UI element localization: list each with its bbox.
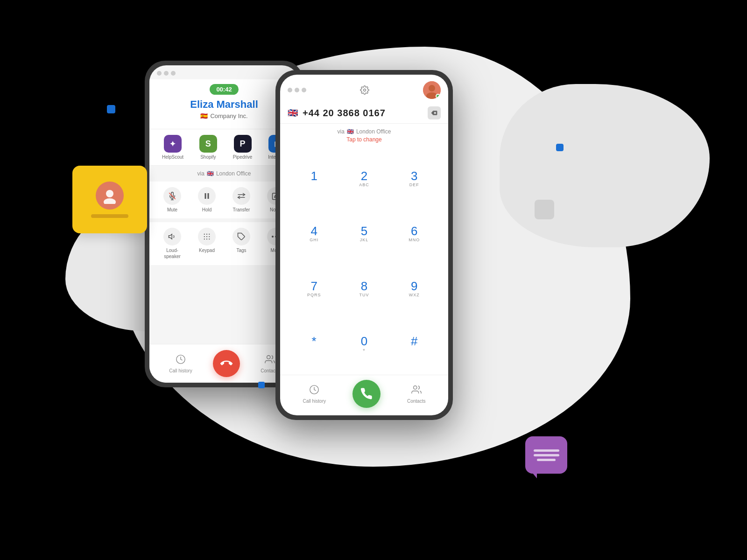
end-call-button[interactable] bbox=[213, 350, 240, 377]
digit-4: 4 bbox=[310, 225, 317, 237]
digit-5: 5 bbox=[361, 225, 367, 237]
dial-call-icon bbox=[360, 387, 373, 400]
settings-button[interactable] bbox=[357, 83, 372, 98]
dialer-dot-1 bbox=[288, 88, 292, 92]
call-company: 🇪🇸 Company Inc. bbox=[159, 112, 289, 119]
key-9[interactable]: 9 WXZ bbox=[390, 262, 439, 316]
contacts-icon-right bbox=[411, 385, 422, 397]
svg-point-32 bbox=[413, 385, 416, 389]
call-timer-badge: 00:42 bbox=[159, 84, 289, 98]
hold-button[interactable]: Hold bbox=[191, 187, 222, 213]
mute-label: Mute bbox=[167, 207, 177, 213]
office-name-left: London Office bbox=[216, 170, 251, 177]
pipedrive-icon: P bbox=[234, 135, 252, 153]
dialer-dot-2 bbox=[295, 88, 299, 92]
background-blob-right bbox=[500, 84, 710, 247]
chat-bubble bbox=[525, 436, 567, 474]
svg-point-10 bbox=[204, 234, 205, 235]
chat-line-1 bbox=[534, 449, 559, 452]
letters-5: JKL bbox=[360, 238, 369, 242]
digit-star: * bbox=[312, 335, 317, 347]
contacts-nav-right[interactable]: Contacts bbox=[407, 385, 425, 404]
right-phone-frame: 🇬🇧 +44 20 3868 0167 via 🇬🇧 London Office… bbox=[275, 70, 453, 420]
integration-shopify[interactable]: S Shopify bbox=[199, 135, 217, 160]
pipedrive-label: Pipedrive bbox=[233, 154, 253, 160]
number-row: 🇬🇧 +44 20 3868 0167 bbox=[280, 103, 448, 124]
deco-square-4 bbox=[535, 200, 554, 219]
transfer-button[interactable]: Transfer bbox=[226, 187, 257, 213]
via-inner: via 🇬🇧 London Office bbox=[338, 128, 391, 135]
deco-square-1 bbox=[107, 105, 115, 113]
svg-rect-6 bbox=[208, 193, 209, 199]
key-8[interactable]: 8 TUV bbox=[339, 262, 388, 316]
call-history-nav[interactable]: Call history bbox=[169, 354, 192, 373]
loudspeaker-icon bbox=[163, 228, 181, 245]
dot-3 bbox=[171, 71, 176, 76]
hold-icon bbox=[198, 187, 216, 205]
svg-point-17 bbox=[206, 238, 207, 239]
svg-point-27 bbox=[429, 85, 435, 91]
svg-point-25 bbox=[364, 89, 366, 91]
key-7[interactable]: 7 PQRS bbox=[289, 262, 338, 316]
tags-button[interactable]: Tags bbox=[226, 228, 257, 259]
phone-number-display: +44 20 3868 0167 bbox=[303, 108, 423, 119]
key-2[interactable]: 2 ABC bbox=[339, 151, 388, 205]
dialer-dot-3 bbox=[302, 88, 306, 92]
key-6[interactable]: 6 MNO bbox=[390, 206, 439, 260]
call-history-nav-right[interactable]: Call history bbox=[303, 385, 326, 404]
letters-9: WXZ bbox=[409, 293, 420, 297]
dot-2 bbox=[164, 71, 169, 76]
digit-2: 2 bbox=[361, 170, 367, 182]
contacts-label-right: Contacts bbox=[407, 399, 425, 404]
helpscout-label: HelpScout bbox=[162, 154, 183, 160]
key-hash[interactable]: # bbox=[390, 317, 439, 371]
via-text-left: via bbox=[197, 170, 204, 177]
helpscout-icon: ✦ bbox=[164, 135, 182, 153]
shopify-label: Shopify bbox=[200, 154, 216, 160]
integration-helpscout[interactable]: ✦ HelpScout bbox=[162, 135, 183, 160]
numpad: 1 2 ABC 3 DEF 4 GHI 5 JKL 6 MNO bbox=[280, 147, 448, 375]
key-5[interactable]: 5 JKL bbox=[339, 206, 388, 260]
dialer-header bbox=[280, 75, 448, 103]
letters-0: + bbox=[363, 348, 366, 352]
svg-point-18 bbox=[209, 238, 210, 239]
call-timer: 00:42 bbox=[210, 84, 238, 95]
svg-point-20 bbox=[272, 236, 274, 238]
delete-button[interactable] bbox=[428, 106, 441, 119]
integration-pipedrive[interactable]: P Pipedrive bbox=[233, 135, 253, 160]
digit-0: 0 bbox=[361, 335, 367, 347]
keypad-button[interactable]: Keypad bbox=[191, 228, 222, 259]
key-star[interactable]: * bbox=[289, 317, 338, 371]
contacts-icon-left bbox=[265, 354, 275, 367]
end-call-icon bbox=[220, 357, 233, 370]
letters-3: DEF bbox=[409, 182, 419, 187]
right-phone-screen: 🇬🇧 +44 20 3868 0167 via 🇬🇧 London Office… bbox=[280, 75, 448, 415]
transfer-icon bbox=[233, 187, 250, 205]
digit-9: 9 bbox=[411, 280, 417, 292]
svg-marker-9 bbox=[169, 234, 172, 239]
key-0[interactable]: 0 + bbox=[339, 317, 388, 371]
key-1[interactable]: 1 bbox=[289, 151, 338, 205]
user-avatar bbox=[423, 81, 441, 99]
deco-square-2 bbox=[556, 144, 564, 151]
digit-1: 1 bbox=[310, 170, 317, 182]
dot-1 bbox=[157, 71, 162, 76]
svg-point-16 bbox=[204, 238, 205, 239]
dial-call-button[interactable] bbox=[352, 380, 381, 408]
person-icon bbox=[101, 187, 118, 204]
call-history-label: Call history bbox=[169, 368, 192, 373]
svg-rect-5 bbox=[205, 193, 206, 199]
mute-button[interactable]: Mute bbox=[157, 187, 188, 213]
tags-icon bbox=[233, 228, 250, 245]
loudspeaker-button[interactable]: Loud-speaker bbox=[157, 228, 188, 259]
tags-label: Tags bbox=[236, 247, 246, 253]
digit-7: 7 bbox=[310, 280, 317, 292]
key-3[interactable]: 3 DEF bbox=[390, 151, 439, 205]
uk-flag-right: 🇬🇧 bbox=[347, 128, 354, 135]
svg-point-14 bbox=[206, 236, 207, 237]
digit-hash: # bbox=[411, 335, 417, 347]
svg-point-15 bbox=[209, 236, 210, 237]
tap-to-change[interactable]: Tap to change bbox=[346, 136, 381, 143]
letters-7: PQRS bbox=[307, 293, 321, 297]
key-4[interactable]: 4 GHI bbox=[289, 206, 338, 260]
